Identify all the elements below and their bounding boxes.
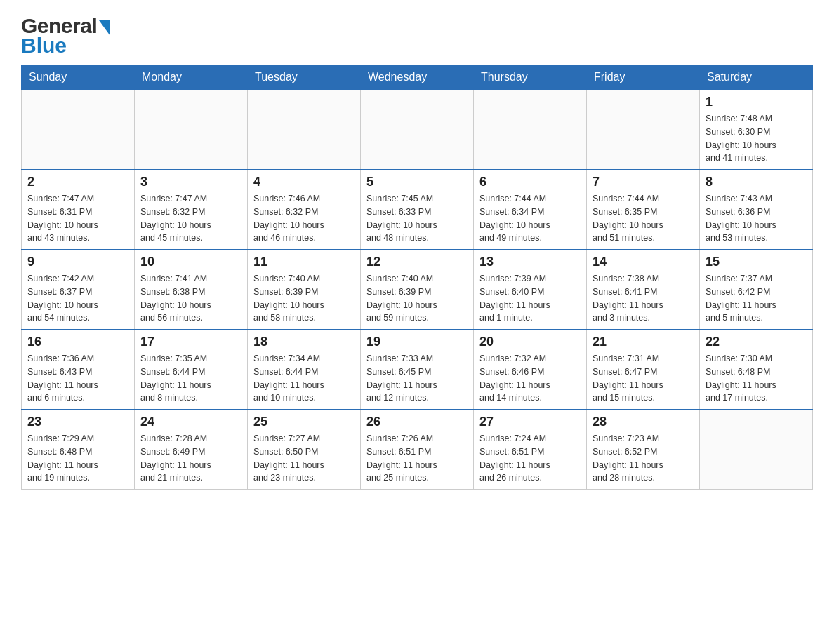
calendar-cell: 18Sunrise: 7:34 AM Sunset: 6:44 PM Dayli… xyxy=(248,330,361,410)
calendar-cell: 9Sunrise: 7:42 AM Sunset: 6:37 PM Daylig… xyxy=(22,250,135,330)
calendar-cell: 26Sunrise: 7:26 AM Sunset: 6:51 PM Dayli… xyxy=(361,410,474,490)
day-info: Sunrise: 7:23 AM Sunset: 6:52 PM Dayligh… xyxy=(593,432,694,485)
day-info: Sunrise: 7:37 AM Sunset: 6:42 PM Dayligh… xyxy=(706,272,807,325)
day-info: Sunrise: 7:40 AM Sunset: 6:39 PM Dayligh… xyxy=(366,272,468,325)
weekday-header-monday: Monday xyxy=(135,65,248,90)
day-number: 21 xyxy=(593,335,694,349)
calendar-cell xyxy=(22,90,135,170)
day-info: Sunrise: 7:28 AM Sunset: 6:49 PM Dayligh… xyxy=(140,432,241,485)
calendar-cell: 15Sunrise: 7:37 AM Sunset: 6:42 PM Dayli… xyxy=(700,250,813,330)
week-row-1: 1Sunrise: 7:48 AM Sunset: 6:30 PM Daylig… xyxy=(22,90,813,170)
calendar-cell: 7Sunrise: 7:44 AM Sunset: 6:35 PM Daylig… xyxy=(587,170,700,250)
day-info: Sunrise: 7:44 AM Sunset: 6:34 PM Dayligh… xyxy=(479,192,581,245)
calendar-cell: 13Sunrise: 7:39 AM Sunset: 6:40 PM Dayli… xyxy=(474,250,587,330)
calendar-cell: 2Sunrise: 7:47 AM Sunset: 6:31 PM Daylig… xyxy=(22,170,135,250)
calendar-cell: 22Sunrise: 7:30 AM Sunset: 6:48 PM Dayli… xyxy=(700,330,813,410)
calendar-cell xyxy=(587,90,700,170)
day-info: Sunrise: 7:38 AM Sunset: 6:41 PM Dayligh… xyxy=(593,272,694,325)
weekday-header-friday: Friday xyxy=(587,65,700,90)
day-info: Sunrise: 7:39 AM Sunset: 6:40 PM Dayligh… xyxy=(479,272,581,325)
calendar-cell: 23Sunrise: 7:29 AM Sunset: 6:48 PM Dayli… xyxy=(22,410,135,490)
calendar-cell: 1Sunrise: 7:48 AM Sunset: 6:30 PM Daylig… xyxy=(700,90,813,170)
day-number: 13 xyxy=(479,255,581,269)
day-number: 24 xyxy=(140,415,241,429)
calendar-cell: 19Sunrise: 7:33 AM Sunset: 6:45 PM Dayli… xyxy=(361,330,474,410)
day-info: Sunrise: 7:48 AM Sunset: 6:30 PM Dayligh… xyxy=(706,112,807,165)
day-info: Sunrise: 7:36 AM Sunset: 6:43 PM Dayligh… xyxy=(27,352,128,405)
day-info: Sunrise: 7:31 AM Sunset: 6:47 PM Dayligh… xyxy=(593,352,694,405)
day-number: 8 xyxy=(706,175,807,189)
day-info: Sunrise: 7:47 AM Sunset: 6:31 PM Dayligh… xyxy=(27,192,128,245)
calendar-cell: 4Sunrise: 7:46 AM Sunset: 6:32 PM Daylig… xyxy=(248,170,361,250)
calendar-cell: 11Sunrise: 7:40 AM Sunset: 6:39 PM Dayli… xyxy=(248,250,361,330)
day-info: Sunrise: 7:26 AM Sunset: 6:51 PM Dayligh… xyxy=(366,432,468,485)
calendar-cell xyxy=(474,90,587,170)
calendar-cell: 24Sunrise: 7:28 AM Sunset: 6:49 PM Dayli… xyxy=(135,410,248,490)
day-number: 15 xyxy=(706,255,807,269)
day-number: 4 xyxy=(253,175,355,189)
calendar-cell: 17Sunrise: 7:35 AM Sunset: 6:44 PM Dayli… xyxy=(135,330,248,410)
day-number: 18 xyxy=(253,335,355,349)
day-info: Sunrise: 7:43 AM Sunset: 6:36 PM Dayligh… xyxy=(706,192,807,245)
day-number: 11 xyxy=(253,255,355,269)
day-info: Sunrise: 7:33 AM Sunset: 6:45 PM Dayligh… xyxy=(366,352,468,405)
day-number: 10 xyxy=(140,255,241,269)
day-info: Sunrise: 7:32 AM Sunset: 6:46 PM Dayligh… xyxy=(479,352,581,405)
logo-triangle-icon xyxy=(99,20,110,36)
calendar-cell xyxy=(248,90,361,170)
logo: General Blue xyxy=(21,14,110,58)
day-number: 23 xyxy=(27,415,128,429)
day-info: Sunrise: 7:45 AM Sunset: 6:33 PM Dayligh… xyxy=(366,192,468,245)
calendar-cell: 14Sunrise: 7:38 AM Sunset: 6:41 PM Dayli… xyxy=(587,250,700,330)
day-number: 20 xyxy=(479,335,581,349)
day-info: Sunrise: 7:47 AM Sunset: 6:32 PM Dayligh… xyxy=(140,192,241,245)
calendar-cell: 16Sunrise: 7:36 AM Sunset: 6:43 PM Dayli… xyxy=(22,330,135,410)
calendar-cell: 28Sunrise: 7:23 AM Sunset: 6:52 PM Dayli… xyxy=(587,410,700,490)
day-info: Sunrise: 7:35 AM Sunset: 6:44 PM Dayligh… xyxy=(140,352,241,405)
calendar-cell: 5Sunrise: 7:45 AM Sunset: 6:33 PM Daylig… xyxy=(361,170,474,250)
calendar-cell: 25Sunrise: 7:27 AM Sunset: 6:50 PM Dayli… xyxy=(248,410,361,490)
weekday-header-row: SundayMondayTuesdayWednesdayThursdayFrid… xyxy=(22,65,813,90)
day-number: 2 xyxy=(27,175,128,189)
day-number: 28 xyxy=(593,415,694,429)
calendar-cell: 6Sunrise: 7:44 AM Sunset: 6:34 PM Daylig… xyxy=(474,170,587,250)
day-info: Sunrise: 7:41 AM Sunset: 6:38 PM Dayligh… xyxy=(140,272,241,325)
day-number: 16 xyxy=(27,335,128,349)
weekday-header-saturday: Saturday xyxy=(700,65,813,90)
day-number: 1 xyxy=(706,95,807,109)
weekday-header-thursday: Thursday xyxy=(474,65,587,90)
calendar-table: SundayMondayTuesdayWednesdayThursdayFrid… xyxy=(21,65,813,490)
week-row-2: 2Sunrise: 7:47 AM Sunset: 6:31 PM Daylig… xyxy=(22,170,813,250)
day-number: 25 xyxy=(253,415,355,429)
day-info: Sunrise: 7:34 AM Sunset: 6:44 PM Dayligh… xyxy=(253,352,355,405)
calendar-cell: 3Sunrise: 7:47 AM Sunset: 6:32 PM Daylig… xyxy=(135,170,248,250)
calendar-cell: 12Sunrise: 7:40 AM Sunset: 6:39 PM Dayli… xyxy=(361,250,474,330)
day-number: 19 xyxy=(366,335,468,349)
calendar-cell: 27Sunrise: 7:24 AM Sunset: 6:51 PM Dayli… xyxy=(474,410,587,490)
calendar-cell: 21Sunrise: 7:31 AM Sunset: 6:47 PM Dayli… xyxy=(587,330,700,410)
calendar-cell: 20Sunrise: 7:32 AM Sunset: 6:46 PM Dayli… xyxy=(474,330,587,410)
week-row-5: 23Sunrise: 7:29 AM Sunset: 6:48 PM Dayli… xyxy=(22,410,813,490)
day-number: 27 xyxy=(479,415,581,429)
day-info: Sunrise: 7:24 AM Sunset: 6:51 PM Dayligh… xyxy=(479,432,581,485)
calendar-cell xyxy=(135,90,248,170)
day-number: 22 xyxy=(706,335,807,349)
day-number: 26 xyxy=(366,415,468,429)
day-info: Sunrise: 7:29 AM Sunset: 6:48 PM Dayligh… xyxy=(27,432,128,485)
calendar-cell: 10Sunrise: 7:41 AM Sunset: 6:38 PM Dayli… xyxy=(135,250,248,330)
day-number: 3 xyxy=(140,175,241,189)
day-info: Sunrise: 7:27 AM Sunset: 6:50 PM Dayligh… xyxy=(253,432,355,485)
day-number: 14 xyxy=(593,255,694,269)
day-info: Sunrise: 7:42 AM Sunset: 6:37 PM Dayligh… xyxy=(27,272,128,325)
week-row-3: 9Sunrise: 7:42 AM Sunset: 6:37 PM Daylig… xyxy=(22,250,813,330)
calendar-cell xyxy=(361,90,474,170)
day-number: 5 xyxy=(366,175,468,189)
weekday-header-tuesday: Tuesday xyxy=(248,65,361,90)
day-info: Sunrise: 7:44 AM Sunset: 6:35 PM Dayligh… xyxy=(593,192,694,245)
page-header: General Blue xyxy=(21,14,813,58)
day-number: 17 xyxy=(140,335,241,349)
day-number: 12 xyxy=(366,255,468,269)
day-info: Sunrise: 7:46 AM Sunset: 6:32 PM Dayligh… xyxy=(253,192,355,245)
day-number: 6 xyxy=(479,175,581,189)
day-info: Sunrise: 7:40 AM Sunset: 6:39 PM Dayligh… xyxy=(253,272,355,325)
